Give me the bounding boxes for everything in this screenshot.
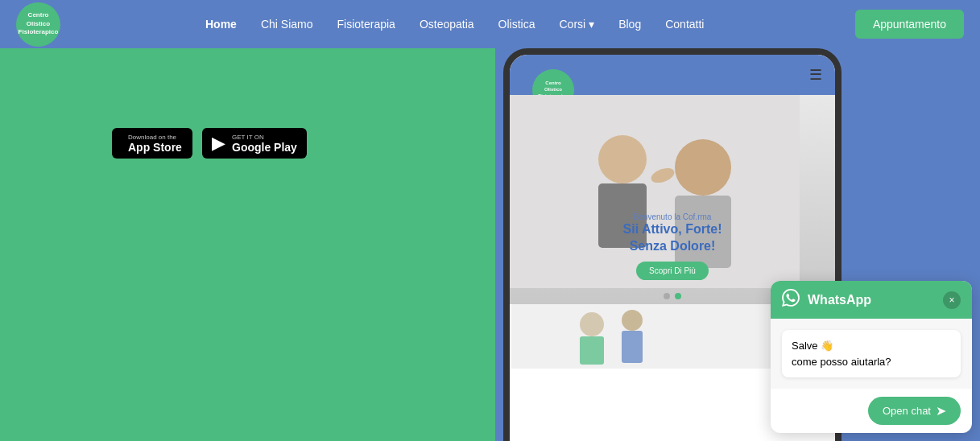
send-arrow-icon: ➤ <box>936 403 946 418</box>
nav-olistica[interactable]: Olistica <box>498 18 535 31</box>
whatsapp-title: WhatsApp <box>808 293 935 307</box>
open-chat-label: Open chat <box>883 405 931 417</box>
nav-blog[interactable]: Blog <box>618 18 641 31</box>
appointment-button[interactable]: Appuntamento <box>855 10 964 39</box>
download-buttons: Download on the App Store ▶ GET IT ON Go… <box>112 128 307 159</box>
svg-point-1 <box>598 135 647 183</box>
svg-point-3 <box>675 139 731 196</box>
nav-contatti[interactable]: Contatti <box>665 18 704 31</box>
nav: Home Chi Siamo Fisioterapia Osteopatia O… <box>205 18 704 31</box>
whatsapp-header: WhatsApp × <box>771 281 972 319</box>
scopri-button[interactable]: Scopri Di Più <box>636 262 709 280</box>
whatsapp-logo-icon <box>782 289 800 307</box>
chevron-down-icon: ▾ <box>589 18 594 31</box>
hero-text-overlay: Benvenuto la Cof.rma Sii Attivo, Forte!S… <box>592 212 753 280</box>
hero-subtitle: Benvenuto la Cof.rma <box>592 212 753 221</box>
whatsapp-footer: Open chat ➤ <box>771 389 972 433</box>
phone-logo-line2: Olistico <box>544 87 562 93</box>
whatsapp-message-line1: Salve 👋 <box>792 340 833 352</box>
dot-1 <box>664 293 670 299</box>
appstore-sub-label: Download on the <box>128 134 182 141</box>
nav-home[interactable]: Home <box>205 18 237 31</box>
nav-osteopatia[interactable]: Osteopatia <box>420 18 474 31</box>
whatsapp-icon <box>782 289 800 311</box>
carousel-dots <box>664 293 681 299</box>
nav-corsi-label: Corsi <box>560 18 586 31</box>
nav-fisioterapia[interactable]: Fisioterapia <box>337 18 395 31</box>
whatsapp-widget: WhatsApp × Salve 👋 come posso aiutarla? … <box>771 281 972 433</box>
googleplay-main-label: Google Play <box>232 141 297 154</box>
main-green-area: Download on the App Store ▶ GET IT ON Go… <box>0 48 515 441</box>
svg-point-7 <box>580 312 604 336</box>
googleplay-sub-label: GET IT ON <box>232 134 297 141</box>
logo: Centro Olistico Fisioterapico <box>16 2 60 47</box>
logo-line1: Centro <box>28 11 49 19</box>
hero-title: Sii Attivo, Forte!Senza Dolore! <box>592 221 753 255</box>
hamburger-icon[interactable]: ☰ <box>809 66 822 84</box>
phone-logo-line1: Centro <box>545 80 560 87</box>
whatsapp-message-line2: come posso aiutarla? <box>792 356 891 368</box>
nav-chi-siamo[interactable]: Chi Siamo <box>261 18 313 31</box>
whatsapp-body: Salve 👋 come posso aiutarla? <box>771 319 972 389</box>
logo-line2: Olistico <box>27 20 50 28</box>
logo-line3: Fisioterapico <box>19 28 59 36</box>
googleplay-button[interactable]: ▶ GET IT ON Google Play <box>202 128 307 159</box>
appstore-main-label: App Store <box>128 141 182 154</box>
dot-2 <box>675 293 681 299</box>
nav-corsi[interactable]: Corsi ▾ <box>560 18 595 31</box>
appstore-button[interactable]: Download on the App Store <box>112 128 192 159</box>
whatsapp-message-bubble: Salve 👋 come posso aiutarla? <box>782 330 961 377</box>
play-icon: ▶ <box>212 133 225 154</box>
phone-hero-image: Benvenuto la Cof.rma Sii Attivo, Forte!S… <box>510 95 835 304</box>
whatsapp-close-button[interactable]: × <box>943 291 961 309</box>
svg-rect-10 <box>622 331 643 363</box>
header: Centro Olistico Fisioterapico Home Chi S… <box>0 0 980 48</box>
open-chat-button[interactable]: Open chat ➤ <box>868 397 961 425</box>
svg-point-9 <box>622 310 643 331</box>
svg-rect-8 <box>580 336 604 365</box>
